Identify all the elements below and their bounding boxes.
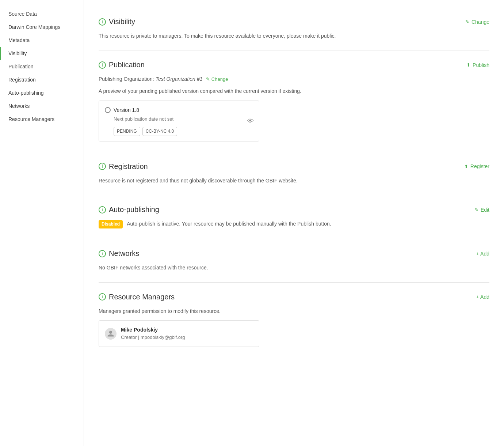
pending-badge: PENDING bbox=[114, 127, 140, 136]
main-content: i Visibility ✎ Change This resource is p… bbox=[84, 0, 504, 446]
resource-managers-section-header: i Resource Managers + Add bbox=[99, 293, 489, 301]
registration-title: Registration bbox=[109, 162, 148, 171]
pencil-icon-auto: ✎ bbox=[474, 207, 478, 212]
auto-publishing-body: Disabled Auto-publish is inactive. Your … bbox=[99, 220, 489, 228]
upload-icon-reg: ⬆ bbox=[464, 164, 468, 169]
auto-publishing-info-icon: i bbox=[99, 206, 106, 213]
license-badge: CC-BY-NC 4.0 bbox=[142, 127, 177, 136]
register-button[interactable]: ⬆ Register bbox=[464, 163, 489, 169]
upload-icon: ⬆ bbox=[466, 62, 470, 68]
manager-card: Mike Podolskiy Creator | mpodolskiy@gbif… bbox=[99, 320, 259, 347]
registration-title-group: i Registration bbox=[99, 162, 148, 171]
auto-publishing-section-header: i Auto-publishing ✎ Edit bbox=[99, 205, 489, 214]
sidebar-item-darwin-core-mappings[interactable]: Darwin Core Mappings bbox=[0, 20, 84, 34]
registration-section: i Registration ⬆ Register Resource is no… bbox=[99, 152, 489, 195]
eye-icon[interactable]: 👁 bbox=[247, 116, 254, 126]
sidebar-item-auto-publishing[interactable]: Auto-publishing bbox=[0, 86, 84, 99]
registration-body: Resource is not registered and thus not … bbox=[99, 177, 489, 185]
visibility-section: i Visibility ✎ Change This resource is p… bbox=[99, 7, 489, 50]
networks-section: i Networks + Add No GBIF networks associ… bbox=[99, 239, 489, 282]
auto-publishing-title-group: i Auto-publishing bbox=[99, 205, 159, 214]
networks-body: No GBIF networks associated with the res… bbox=[99, 264, 489, 272]
publication-body: Publishing Organization: Test Organizati… bbox=[99, 75, 489, 141]
networks-add-button[interactable]: + Add bbox=[476, 251, 489, 257]
networks-title: Networks bbox=[109, 249, 139, 258]
publication-title-group: i Publication bbox=[99, 61, 145, 69]
resource-managers-section: i Resource Managers + Add Managers grant… bbox=[99, 283, 489, 358]
pub-date: Next publication date not set bbox=[114, 116, 253, 123]
org-change-link[interactable]: ✎ Change bbox=[206, 76, 228, 82]
sidebar-item-source-data[interactable]: Source Data bbox=[0, 7, 84, 20]
registration-info-icon: i bbox=[99, 163, 106, 170]
resource-managers-body: Managers granted permission to modify th… bbox=[99, 307, 489, 347]
pencil-icon: ✎ bbox=[465, 19, 469, 24]
version-header: Version 1.8 bbox=[105, 106, 253, 114]
resource-managers-info-icon: i bbox=[99, 293, 106, 301]
manager-info: Mike Podolskiy Creator | mpodolskiy@gbif… bbox=[121, 326, 185, 341]
sidebar-item-resource-managers[interactable]: Resource Managers bbox=[0, 113, 84, 126]
resource-managers-title: Resource Managers bbox=[109, 293, 175, 301]
version-name: Version 1.8 bbox=[114, 106, 139, 114]
sidebar-item-registration[interactable]: Registration bbox=[0, 73, 84, 86]
publication-info-icon: i bbox=[99, 61, 106, 69]
org-line: Publishing Organization: Test Organizati… bbox=[99, 75, 489, 83]
version-card: Version 1.8 Next publication date not se… bbox=[99, 101, 259, 141]
org-name: Test Organization #1 bbox=[156, 76, 203, 82]
auto-publishing-section: i Auto-publishing ✎ Edit Disabled Auto-p… bbox=[99, 195, 489, 239]
manager-name: Mike Podolskiy bbox=[121, 326, 185, 334]
sidebar-item-metadata[interactable]: Metadata bbox=[0, 34, 84, 47]
disabled-badge: Disabled bbox=[99, 220, 123, 228]
visibility-body: This resource is private to managers. To… bbox=[99, 32, 489, 40]
visibility-change-button[interactable]: ✎ Change bbox=[465, 19, 489, 25]
sidebar-item-visibility[interactable]: Visibility bbox=[0, 47, 84, 60]
networks-title-group: i Networks bbox=[99, 249, 139, 258]
auto-publishing-text: Auto-publish is inactive. Your resource … bbox=[127, 221, 331, 227]
pencil-icon-org: ✎ bbox=[206, 76, 210, 82]
networks-section-header: i Networks + Add bbox=[99, 249, 489, 258]
publish-button[interactable]: ⬆ Publish bbox=[466, 62, 489, 68]
sidebar-item-networks[interactable]: Networks bbox=[0, 99, 84, 113]
manager-avatar bbox=[105, 328, 117, 340]
auto-publishing-title: Auto-publishing bbox=[109, 205, 159, 214]
auto-publishing-edit-button[interactable]: ✎ Edit bbox=[474, 207, 489, 213]
resource-managers-description: Managers granted permission to modify th… bbox=[99, 307, 489, 315]
networks-info-icon: i bbox=[99, 250, 106, 257]
preview-text: A preview of your pending published vers… bbox=[99, 87, 489, 95]
manager-detail: Creator | mpodolskiy@gbif.org bbox=[121, 334, 185, 341]
publication-section: i Publication ⬆ Publish Publishing Organ… bbox=[99, 50, 489, 152]
visibility-title: Visibility bbox=[109, 18, 135, 26]
registration-section-header: i Registration ⬆ Register bbox=[99, 162, 489, 171]
resource-managers-add-button[interactable]: + Add bbox=[476, 294, 489, 300]
resource-managers-title-group: i Resource Managers bbox=[99, 293, 175, 301]
visibility-section-header: i Visibility ✎ Change bbox=[99, 18, 489, 26]
visibility-info-icon: i bbox=[99, 18, 106, 26]
badges: PENDING CC-BY-NC 4.0 bbox=[114, 127, 253, 136]
sidebar-item-publication[interactable]: Publication bbox=[0, 60, 84, 73]
sidebar: Source Data Darwin Core Mappings Metadat… bbox=[0, 0, 84, 446]
publication-title: Publication bbox=[109, 61, 145, 69]
visibility-title-group: i Visibility bbox=[99, 18, 135, 26]
radio-circle bbox=[105, 107, 111, 113]
publication-section-header: i Publication ⬆ Publish bbox=[99, 61, 489, 69]
